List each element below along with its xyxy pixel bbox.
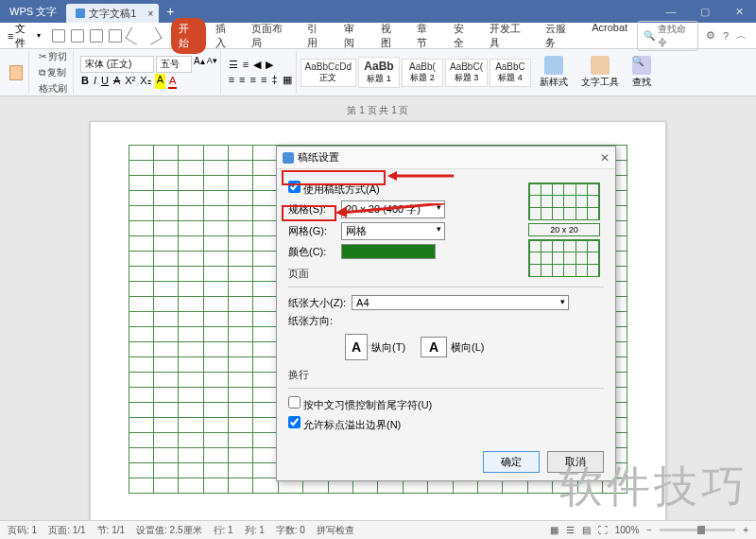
- indent-inc-icon[interactable]: ▶: [265, 58, 274, 72]
- super-button[interactable]: X²: [124, 74, 136, 89]
- print-icon[interactable]: [90, 29, 103, 43]
- annotation-box-1: [282, 170, 386, 185]
- tab-start[interactable]: 开始: [171, 18, 206, 54]
- statusbar: 页码: 1 页面: 1/1 节: 1/1 设置值: 2.5厘米 行: 1 列: …: [0, 520, 756, 539]
- tab-insert[interactable]: 插入: [208, 18, 243, 54]
- zoom-out-button[interactable]: −: [646, 525, 652, 535]
- orient-label: 纸张方向:: [288, 314, 335, 328]
- landscape-option[interactable]: A横向(L): [421, 334, 484, 360]
- line-spacing-icon[interactable]: ‡: [270, 73, 278, 87]
- dialog-titlebar[interactable]: 稿纸设置 ✕: [277, 147, 615, 169]
- status-spell[interactable]: 拼写检查: [317, 524, 354, 537]
- style-normal[interactable]: AaBbCcDd正文: [301, 59, 356, 87]
- numbering-icon[interactable]: ≡: [242, 58, 249, 72]
- zoom-in-button[interactable]: +: [743, 525, 748, 535]
- underline-button[interactable]: U: [100, 74, 110, 89]
- tab-security[interactable]: 安全: [446, 18, 481, 54]
- bullets-icon[interactable]: ☰: [228, 58, 239, 72]
- align-right-icon[interactable]: ≡: [249, 73, 257, 87]
- save-icon[interactable]: [71, 29, 84, 43]
- maximize-button[interactable]: ▢: [688, 0, 722, 23]
- close-tab-icon[interactable]: ×: [147, 9, 153, 19]
- zoom-value[interactable]: 100%: [615, 525, 640, 535]
- tab-chapter[interactable]: 章节: [409, 18, 444, 54]
- cut-button[interactable]: ✂ 剪切: [36, 49, 70, 64]
- copy-button[interactable]: ⧉ 复制: [36, 65, 70, 80]
- shrink-font-icon[interactable]: A▾: [207, 56, 217, 73]
- redo-icon[interactable]: [145, 26, 163, 44]
- paper-label: 纸张大小(Z):: [288, 296, 346, 310]
- font-group: 宋体 (正文) 五号 A▴ A▾ B I U A X² X₂ A A: [77, 51, 221, 94]
- dialog-close-button[interactable]: ✕: [600, 151, 610, 165]
- fullscreen-icon[interactable]: ⛶: [598, 525, 608, 535]
- search-command[interactable]: 🔍 查找命令: [637, 21, 698, 51]
- align-center-icon[interactable]: ≡: [238, 73, 246, 87]
- styles-gallery: AaBbCcDd正文 AaBb标题 1 AaBb(标题 2 AaBbC(标题 3…: [301, 57, 531, 88]
- align-left-icon[interactable]: ≡: [228, 73, 235, 87]
- svg-marker-3: [335, 206, 347, 217]
- tab-layout[interactable]: 页面布局: [244, 18, 298, 54]
- grow-font-icon[interactable]: A▴: [194, 56, 205, 73]
- status-pages: 页面: 1/1: [48, 524, 85, 537]
- minimize-button[interactable]: —: [654, 0, 688, 23]
- tab-review[interactable]: 审阅: [336, 18, 371, 54]
- justify-icon[interactable]: ≡: [260, 73, 267, 87]
- find-button[interactable]: 🔍查找: [627, 54, 656, 91]
- open-icon[interactable]: [52, 29, 65, 43]
- annotation-arrow-2: [335, 203, 444, 241]
- italic-button[interactable]: I: [93, 74, 97, 89]
- tab-cloud[interactable]: 云服务: [538, 18, 582, 54]
- sub-button[interactable]: X₂: [139, 74, 151, 89]
- preview-icon[interactable]: [109, 29, 122, 43]
- ribbon-tabs: 开始 插入 页面布局 引用 审阅 视图 章节 安全 开发工具 云服务 Acrob…: [171, 18, 635, 54]
- portrait-option[interactable]: A纵向(T): [345, 334, 405, 360]
- close-window-button[interactable]: ✕: [722, 0, 756, 23]
- zoom-slider[interactable]: [660, 529, 735, 531]
- view-mode-icon[interactable]: ▦: [550, 525, 558, 535]
- settings-icon[interactable]: ⚙: [706, 29, 715, 42]
- tab-ref[interactable]: 引用: [300, 18, 335, 54]
- style-h2[interactable]: AaBb(标题 2: [402, 59, 443, 87]
- ok-button[interactable]: 确定: [483, 451, 540, 473]
- bold-button[interactable]: B: [80, 74, 90, 89]
- font-size-select[interactable]: 五号: [156, 56, 192, 73]
- collapse-icon[interactable]: ︿: [736, 28, 747, 43]
- doc-tab-label: 文字文稿1: [89, 7, 136, 21]
- overflow-checkbox[interactable]: 允许标点溢出边界(N): [288, 416, 401, 432]
- paragraph-group: ☰ ≡ ◀ ▶ ≡ ≡ ≡ ≡ ‡ ▦: [225, 51, 297, 94]
- tab-dev[interactable]: 开发工具: [482, 18, 536, 54]
- status-page: 页码: 1: [8, 524, 37, 537]
- clipboard-small: ✂ 剪切 ⧉ 复制 格式刷: [33, 51, 74, 94]
- style-h1[interactable]: AaBb标题 1: [358, 57, 400, 88]
- highlight-button[interactable]: A: [155, 74, 165, 89]
- status-line: 行: 1: [214, 524, 233, 537]
- paper-select[interactable]: A4: [352, 295, 569, 310]
- status-section: 节: 1/1: [97, 524, 125, 537]
- new-style-button[interactable]: 新样式: [535, 54, 573, 91]
- undo-icon[interactable]: [126, 26, 144, 44]
- document-tab[interactable]: 文字文稿1 ×: [66, 4, 159, 23]
- font-color-button[interactable]: A: [168, 74, 177, 89]
- dialog-title: 稿纸设置: [298, 150, 339, 165]
- style-h3[interactable]: AaBbC(标题 3: [445, 59, 488, 87]
- paste-button[interactable]: [7, 64, 26, 81]
- style-h4[interactable]: AaBbC标题 4: [490, 59, 531, 87]
- help-icon[interactable]: ?: [723, 30, 729, 42]
- font-name-select[interactable]: 宋体 (正文): [80, 56, 154, 73]
- shading-icon[interactable]: ▦: [282, 73, 293, 87]
- tab-view[interactable]: 视图: [373, 18, 408, 54]
- strike-button[interactable]: A: [112, 74, 121, 89]
- text-tools-button[interactable]: 文字工具: [576, 54, 624, 91]
- punct-checkbox[interactable]: 按中文习惯控制首尾字符(U): [288, 396, 432, 412]
- color-select[interactable]: .: [341, 244, 436, 259]
- brush-button[interactable]: 格式刷: [36, 81, 70, 96]
- view-web-icon[interactable]: ▤: [582, 525, 591, 535]
- indent-dec-icon[interactable]: ◀: [252, 58, 262, 72]
- cancel-button[interactable]: 取消: [547, 451, 604, 473]
- status-col: 列: 1: [245, 524, 265, 537]
- view-outline-icon[interactable]: ☰: [566, 525, 575, 535]
- tab-acrobat[interactable]: Acrobat: [584, 18, 635, 54]
- page-indicator: 第 1 页 共 1 页: [0, 96, 756, 121]
- app-menu[interactable]: ≡ 文件 ▾: [4, 20, 44, 52]
- quick-access: [46, 29, 165, 43]
